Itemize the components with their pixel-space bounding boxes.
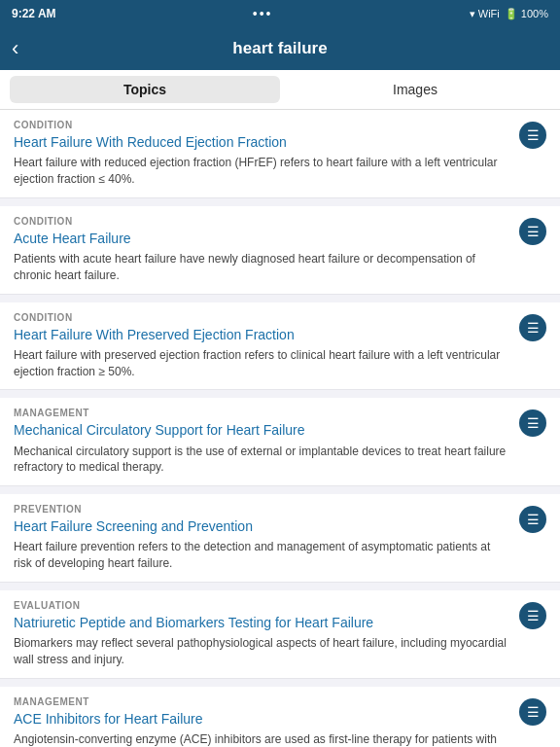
- item-content: PREVENTION Heart Failure Screening and P…: [14, 504, 519, 572]
- list-icon: ☰: [519, 409, 546, 437]
- item-title: Acute Heart Failure: [14, 230, 509, 247]
- back-button[interactable]: ‹: [12, 38, 18, 59]
- status-dots: •••: [253, 6, 273, 21]
- item-title: Mechanical Circulatory Support for Heart…: [14, 421, 509, 439]
- item-title: ACE Inhibitors for Heart Failure: [14, 710, 509, 728]
- list-item[interactable]: MANAGEMENT Mechanical Circulatory Suppor…: [0, 398, 560, 486]
- section-divider: [0, 486, 560, 494]
- list-icon: ☰: [519, 602, 546, 629]
- item-content: MANAGEMENT ACE Inhibitors for Heart Fail…: [14, 696, 519, 747]
- tab-images[interactable]: Images: [280, 76, 550, 103]
- list-item[interactable]: EVALUATION Natriuretic Peptide and Bioma…: [0, 590, 560, 679]
- battery-icon: 🔋 100%: [505, 8, 548, 20]
- item-icon: ☰: [519, 602, 546, 629]
- list-item[interactable]: CONDITION Acute Heart Failure Patients w…: [0, 206, 560, 295]
- item-content: CONDITION Heart Failure With Reduced Eje…: [14, 120, 519, 188]
- section-divider: [0, 198, 560, 206]
- item-content: MANAGEMENT Mechanical Circulatory Suppor…: [14, 408, 519, 476]
- list-icon: ☰: [519, 122, 546, 149]
- tab-topics[interactable]: Topics: [10, 76, 280, 103]
- section-divider: [0, 295, 560, 302]
- item-category: MANAGEMENT: [14, 696, 509, 707]
- item-desc: Heart failure prevention refers to the d…: [14, 539, 509, 572]
- list-icon: ☰: [519, 506, 546, 533]
- item-icon: ☰: [519, 218, 546, 245]
- content-area: CONDITION Heart Failure With Reduced Eje…: [0, 110, 560, 747]
- item-title: Heart Failure Screening and Prevention: [14, 517, 509, 535]
- item-desc: Heart failure with reduced ejection frac…: [14, 155, 509, 188]
- list-item[interactable]: CONDITION Heart Failure With Preserved E…: [0, 302, 560, 391]
- item-icon: ☰: [519, 698, 546, 726]
- item-content: EVALUATION Natriuretic Peptide and Bioma…: [14, 600, 519, 668]
- item-desc: Heart failure with preserved ejection fr…: [14, 347, 509, 380]
- nav-bar: ‹ heart failure: [0, 27, 560, 70]
- section-divider: [0, 390, 560, 398]
- item-category: MANAGEMENT: [14, 408, 509, 418]
- status-time: 9:22 AM: [12, 7, 56, 20]
- item-icon: ☰: [519, 314, 546, 341]
- item-content: CONDITION Heart Failure With Preserved E…: [14, 312, 519, 380]
- item-category: CONDITION: [14, 312, 509, 323]
- tabs-bar: Topics Images: [0, 70, 560, 110]
- list-item[interactable]: CONDITION Heart Failure With Reduced Eje…: [0, 110, 560, 198]
- nav-title: heart failure: [232, 39, 327, 58]
- section-divider: [0, 583, 560, 590]
- item-desc: Patients with acute heart failure have n…: [14, 251, 509, 284]
- item-icon: ☰: [519, 506, 546, 533]
- item-category: PREVENTION: [14, 504, 509, 515]
- list-icon: ☰: [519, 218, 546, 245]
- item-content: CONDITION Acute Heart Failure Patients w…: [14, 216, 519, 284]
- item-category: CONDITION: [14, 216, 509, 227]
- item-title: Natriuretic Peptide and Biomarkers Testi…: [14, 614, 509, 631]
- item-title: Heart Failure With Reduced Ejection Frac…: [14, 133, 509, 151]
- section-divider: [0, 679, 560, 687]
- status-bar: 9:22 AM ••• ▾ WiFi 🔋 100%: [0, 0, 560, 27]
- item-category: EVALUATION: [14, 600, 509, 611]
- list-item[interactable]: PREVENTION Heart Failure Screening and P…: [0, 494, 560, 583]
- status-icons: ▾ WiFi 🔋 100%: [470, 8, 548, 20]
- item-desc: Biomarkers may reflect several pathophys…: [14, 635, 509, 668]
- item-icon: ☰: [519, 122, 546, 149]
- item-desc: Angiotensin-converting enzyme (ACE) inhi…: [14, 731, 509, 747]
- item-icon: ☰: [519, 409, 546, 437]
- item-category: CONDITION: [14, 120, 509, 130]
- list-icon: ☰: [519, 314, 546, 341]
- list-item[interactable]: MANAGEMENT ACE Inhibitors for Heart Fail…: [0, 687, 560, 747]
- item-desc: Mechanical circulatory support is the us…: [14, 444, 509, 477]
- list-icon: ☰: [519, 698, 546, 726]
- wifi-icon: ▾ WiFi: [470, 8, 500, 20]
- item-title: Heart Failure With Preserved Ejection Fr…: [14, 326, 509, 343]
